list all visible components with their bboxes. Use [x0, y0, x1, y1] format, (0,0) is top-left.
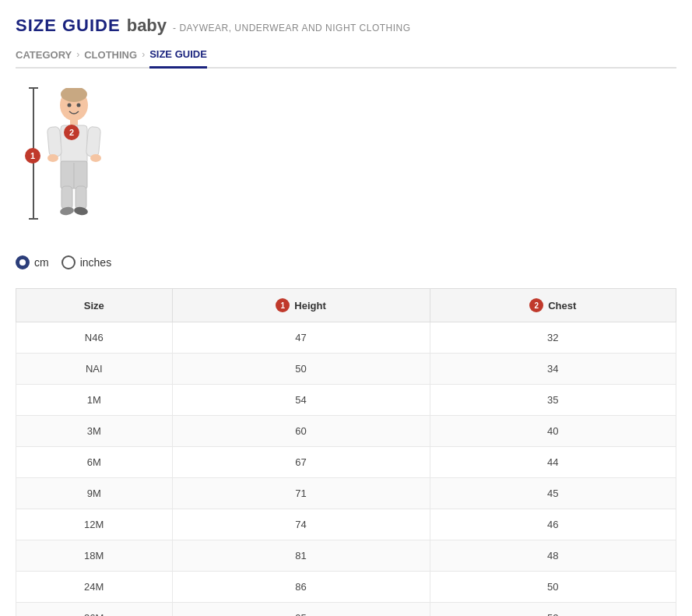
table-row: 24M 86 50: [16, 572, 676, 603]
cell-chest: 34: [430, 354, 676, 385]
col-header-chest: 2 Chest: [430, 289, 676, 322]
cell-height: 67: [172, 447, 430, 478]
svg-point-16: [68, 104, 72, 107]
svg-rect-10: [61, 186, 72, 209]
page-title-area: SIZE GUIDE baby - DAYWEAR, UNDERWEAR AND…: [16, 16, 676, 36]
page-wrapper: SIZE GUIDE baby - DAYWEAR, UNDERWEAR AND…: [0, 0, 692, 616]
inches-radio[interactable]: [61, 255, 76, 269]
table-body: N46 47 32 NAI 50 34 1M 54 35 3M 60 40 6M…: [16, 322, 676, 617]
table-header-row: Size 1 Height 2 Chest: [16, 289, 676, 322]
cm-label: cm: [34, 256, 49, 269]
svg-point-15: [90, 154, 101, 162]
title-baby: baby: [127, 16, 167, 36]
diagram-area: 1 2: [16, 84, 676, 240]
cell-height: 60: [172, 416, 430, 447]
table-row: 6M 67 44: [16, 447, 676, 478]
chest-badge: 2: [529, 298, 543, 312]
cell-size: 36M: [16, 603, 173, 617]
cell-chest: 40: [430, 416, 676, 447]
cm-radio[interactable]: [16, 255, 30, 269]
cell-chest: 50: [430, 572, 676, 603]
cell-size: 24M: [16, 572, 173, 603]
cell-height: 54: [172, 385, 430, 416]
marker-1: 1: [25, 148, 40, 164]
cell-chest: 46: [430, 509, 676, 540]
title-subtitle: - DAYWEAR, UNDERWEAR AND NIGHT CLOTHING: [173, 23, 411, 33]
marker-2: 2: [64, 125, 79, 140]
table-row: 36M 95 52: [16, 603, 676, 617]
breadcrumb-size-guide[interactable]: SIZE GUIDE: [149, 48, 207, 69]
svg-rect-6: [47, 126, 61, 157]
cell-chest: 35: [430, 385, 676, 416]
table-row: NAI 50 34: [16, 354, 676, 385]
cell-height: 95: [172, 603, 430, 617]
cell-height: 74: [172, 509, 430, 540]
cell-chest: 44: [430, 447, 676, 478]
breadcrumb-sep-2: ›: [142, 49, 145, 66]
table-row: N46 47 32: [16, 322, 676, 354]
cell-size: NAI: [16, 354, 173, 385]
svg-point-17: [77, 104, 81, 107]
inches-option[interactable]: inches: [61, 255, 111, 269]
cell-chest: 45: [430, 478, 676, 509]
col-header-size: Size: [16, 289, 173, 322]
cell-size: 18M: [16, 540, 173, 572]
cell-height: 81: [172, 540, 430, 572]
measurement-figure: 1 2: [16, 84, 140, 224]
table-row: 18M 81 48: [16, 540, 676, 572]
table-row: 3M 60 40: [16, 416, 676, 447]
cell-size: 3M: [16, 416, 173, 447]
svg-point-14: [47, 154, 58, 162]
cell-height: 71: [172, 478, 430, 509]
height-header: 1 Height: [185, 298, 417, 312]
cell-height: 86: [172, 572, 430, 603]
cell-size: 9M: [16, 478, 173, 509]
cell-size: 6M: [16, 447, 173, 478]
cell-size: 12M: [16, 509, 173, 540]
svg-rect-7: [86, 126, 100, 157]
cell-chest: 48: [430, 540, 676, 572]
table-row: 9M 71 45: [16, 478, 676, 509]
breadcrumb-clothing[interactable]: CLOTHING: [84, 49, 137, 67]
cm-option[interactable]: cm: [16, 255, 49, 269]
breadcrumb: CATEGORY › CLOTHING › SIZE GUIDE: [16, 48, 676, 69]
breadcrumb-sep-1: ›: [76, 49, 79, 66]
table-row: 12M 74 46: [16, 509, 676, 540]
cell-size: 1M: [16, 385, 173, 416]
height-badge: 1: [276, 298, 290, 312]
chest-header: 2 Chest: [443, 298, 663, 312]
cell-chest: 52: [430, 603, 676, 617]
cell-size: N46: [16, 322, 173, 354]
col-header-height: 1 Height: [172, 289, 430, 322]
cell-chest: 32: [430, 322, 676, 354]
unit-toggle: cm inches: [16, 255, 676, 269]
breadcrumb-category[interactable]: CATEGORY: [16, 49, 72, 67]
baby-figure: [39, 88, 109, 227]
cell-height: 50: [172, 354, 430, 385]
table-row: 1M 54 35: [16, 385, 676, 416]
svg-rect-11: [76, 186, 86, 209]
title-size-guide: SIZE GUIDE: [16, 16, 121, 36]
cell-height: 47: [172, 322, 430, 354]
size-table: Size 1 Height 2 Chest N46 47: [16, 288, 676, 616]
inches-label: inches: [80, 256, 111, 269]
